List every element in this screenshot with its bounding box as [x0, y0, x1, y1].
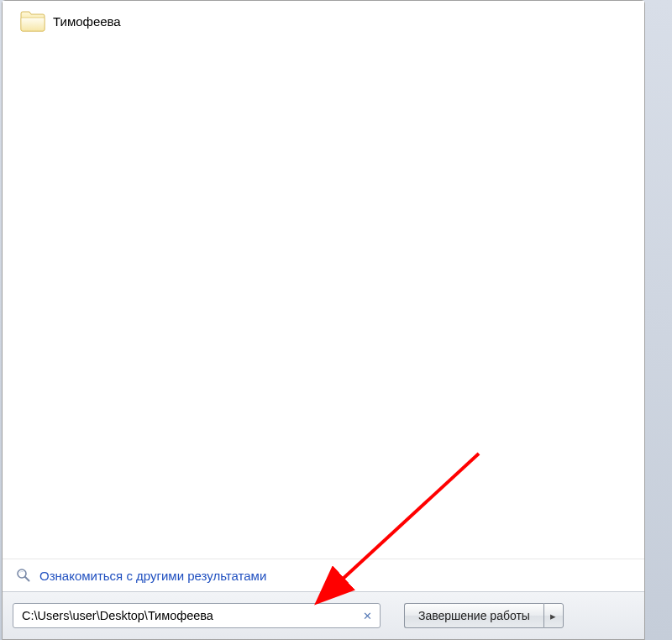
clear-search-icon[interactable]: ✕ — [360, 608, 375, 623]
search-input[interactable] — [22, 609, 360, 622]
shutdown-button[interactable]: Завершение работы — [404, 603, 543, 628]
more-results-row[interactable]: Ознакомиться с другими результатами — [3, 559, 644, 591]
start-menu-panel: Тимофеева Ознакомиться с другими результ… — [2, 0, 645, 640]
start-menu-bottom-bar: ✕ Завершение работы ▸ — [3, 591, 644, 639]
magnifier-icon — [16, 568, 31, 583]
shutdown-options-arrow[interactable]: ▸ — [543, 603, 564, 628]
more-results-link[interactable]: Ознакомиться с другими результатами — [39, 569, 266, 583]
chevron-right-icon: ▸ — [550, 610, 556, 622]
folder-icon — [19, 9, 46, 33]
search-result-item[interactable]: Тимофеева — [3, 8, 644, 36]
search-results-area: Тимофеева Ознакомиться с другими результ… — [3, 1, 644, 591]
svg-line-1 — [25, 577, 29, 581]
search-box[interactable]: ✕ — [13, 603, 381, 628]
search-result-label: Тимофеева — [53, 14, 121, 29]
shutdown-button-group: Завершение работы ▸ — [404, 603, 564, 628]
